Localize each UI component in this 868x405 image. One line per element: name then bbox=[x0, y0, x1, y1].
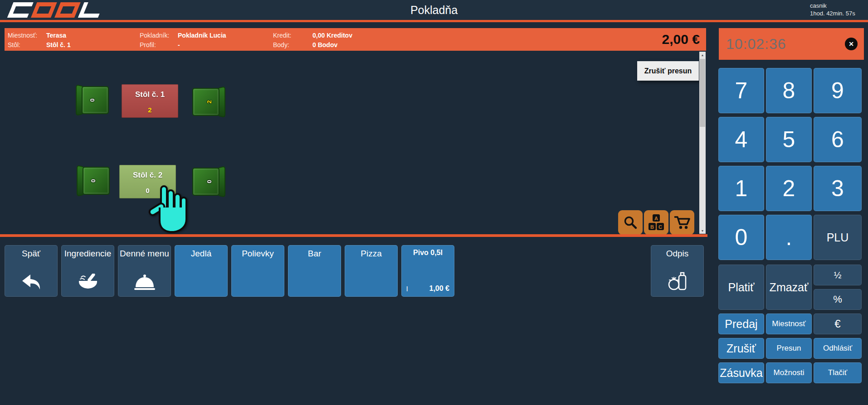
mortar-bowl-icon bbox=[78, 274, 98, 291]
transfer-button[interactable]: Presun bbox=[766, 338, 812, 359]
map-divider-line bbox=[0, 234, 707, 237]
product-price: 1,00 € bbox=[429, 284, 449, 293]
table-order-count: 0 bbox=[146, 187, 149, 194]
euro-button[interactable]: € bbox=[814, 313, 862, 334]
print-button[interactable]: Tlačiť bbox=[814, 362, 862, 383]
keypad-panel: 7 8 9 4 5 6 1 2 3 0 . PLU Platiť Zmazať … bbox=[718, 68, 864, 385]
table-map: Zrušiť presun 0 Stôl č. 1 2 2 0 Stôl č. … bbox=[0, 51, 707, 234]
key-6[interactable]: 6 bbox=[814, 117, 862, 162]
search-icon bbox=[623, 215, 638, 230]
order-info-bar: Miestnosť: Terasa Stôl: Stôl č. 1 Poklad… bbox=[5, 28, 706, 51]
session-duration: 1hod. 42min. 57s bbox=[810, 10, 864, 17]
svg-text:C: C bbox=[658, 224, 662, 230]
scroll-down-icon[interactable]: ▼ bbox=[699, 227, 706, 234]
category-bar[interactable]: Bar bbox=[288, 245, 341, 297]
key-plu[interactable]: PLU bbox=[814, 215, 862, 260]
table-label: Stôl: bbox=[8, 41, 20, 48]
cloche-icon bbox=[134, 274, 155, 291]
logged-user: casnik bbox=[810, 2, 864, 10]
key-dot[interactable]: . bbox=[766, 215, 812, 260]
daily-menu-button[interactable]: Denné menu bbox=[118, 245, 171, 297]
key-1[interactable]: 1 bbox=[718, 166, 764, 211]
back-button[interactable]: Späť bbox=[5, 245, 58, 297]
percent-button[interactable]: % bbox=[814, 289, 862, 310]
chair-seat-count: 0 bbox=[206, 180, 213, 183]
table-value: Stôl č. 1 bbox=[46, 41, 71, 48]
product-pivo-tile[interactable]: Pivo 0,5l l 1,00 € bbox=[401, 245, 454, 297]
points-label: Body: bbox=[273, 41, 289, 48]
key-8[interactable]: 8 bbox=[766, 68, 812, 113]
logout-button[interactable]: Odhlásiť bbox=[814, 338, 862, 359]
svg-text:A: A bbox=[654, 216, 658, 221]
table-name: Stôl č. 1 bbox=[135, 90, 165, 99]
shopping-cart-icon bbox=[674, 215, 690, 230]
credit-value: 0,00 Kreditov bbox=[312, 32, 352, 39]
map-scrollbar[interactable]: ▲ ▼ bbox=[699, 52, 706, 234]
clock-panel: 10:02:36 ✕ bbox=[719, 28, 864, 60]
scrollbar-thumb[interactable] bbox=[700, 59, 705, 127]
profile-value: - bbox=[178, 41, 180, 48]
delete-button[interactable]: Zmazať bbox=[766, 265, 812, 310]
cancel-button[interactable]: Zrušiť bbox=[718, 338, 764, 359]
table-tile-1[interactable]: Stôl č. 1 2 bbox=[122, 84, 178, 118]
room-value: Terasa bbox=[46, 32, 66, 39]
close-icon[interactable]: ✕ bbox=[845, 38, 858, 50]
scroll-up-icon[interactable]: ▲ bbox=[699, 52, 706, 58]
sale-button[interactable]: Predaj bbox=[718, 313, 764, 334]
category-jedla[interactable]: Jedlá bbox=[175, 245, 228, 297]
key-7[interactable]: 7 bbox=[718, 68, 764, 113]
cashier-label: Pokladník: bbox=[140, 32, 169, 39]
options-button[interactable]: Možnosti bbox=[766, 362, 812, 383]
half-button[interactable]: ½ bbox=[814, 265, 862, 285]
ingredients-button[interactable]: Ingrediencie bbox=[61, 245, 114, 297]
chair-seat-count: 0 bbox=[89, 98, 96, 101]
chair-seat-count: 0 bbox=[90, 179, 97, 182]
chair-table2-right[interactable]: 0 bbox=[192, 167, 226, 197]
pay-button[interactable]: Platiť bbox=[718, 265, 764, 310]
chair-table1-right[interactable]: 2 bbox=[192, 87, 226, 117]
drawer-button[interactable]: Zásuvka bbox=[718, 362, 764, 383]
credit-label: Kredit: bbox=[273, 32, 291, 39]
category-pizza[interactable]: Pizza bbox=[345, 245, 398, 297]
chair-seat-count: 2 bbox=[206, 100, 213, 103]
clock-time: 10:02:36 bbox=[726, 36, 786, 53]
order-total: 2,00 € bbox=[662, 28, 700, 51]
top-accent-line bbox=[0, 20, 868, 22]
key-5[interactable]: 5 bbox=[766, 117, 812, 162]
page-title: Pokladňa bbox=[0, 4, 868, 17]
table-order-count: 2 bbox=[148, 106, 151, 114]
room-button[interactable]: Miestnosť bbox=[766, 313, 812, 334]
translate-button[interactable]: A B C bbox=[644, 210, 668, 235]
abc-blocks-icon: A B C bbox=[648, 214, 664, 231]
key-0[interactable]: 0 bbox=[718, 215, 764, 260]
chair-table1-left[interactable]: 0 bbox=[75, 85, 109, 115]
chair-table2-left[interactable]: 0 bbox=[76, 166, 110, 196]
room-label: Miestnosť: bbox=[8, 32, 37, 39]
points-value: 0 Bodov bbox=[312, 41, 337, 48]
top-bar: COOL Pokladňa casnik 1hod. 42min. 57s bbox=[0, 0, 868, 20]
cart-button[interactable] bbox=[670, 210, 694, 235]
back-arrow-icon bbox=[21, 273, 42, 291]
search-button[interactable] bbox=[618, 210, 643, 235]
category-polievky[interactable]: Polievky bbox=[231, 245, 284, 297]
key-3[interactable]: 3 bbox=[814, 166, 862, 211]
session-info: casnik 1hod. 42min. 57s bbox=[810, 2, 864, 17]
key-4[interactable]: 4 bbox=[718, 117, 764, 162]
svg-text:B: B bbox=[650, 224, 654, 230]
key-2[interactable]: 2 bbox=[766, 166, 812, 211]
writeoff-button[interactable]: Odpis bbox=[651, 245, 704, 297]
profile-label: Profil: bbox=[140, 41, 156, 48]
table-name: Stôl č. 2 bbox=[133, 171, 162, 180]
table-tile-2[interactable]: Stôl č. 2 0 bbox=[119, 165, 176, 198]
groceries-icon bbox=[667, 271, 688, 291]
cashier-value: Pokladník Lucia bbox=[178, 32, 226, 39]
pos-app: COOL Pokladňa casnik 1hod. 42min. 57s Mi… bbox=[0, 0, 868, 405]
key-9[interactable]: 9 bbox=[814, 68, 862, 113]
product-unit: l bbox=[406, 285, 408, 293]
cancel-transfer-button[interactable]: Zrušiť presun bbox=[637, 61, 699, 81]
